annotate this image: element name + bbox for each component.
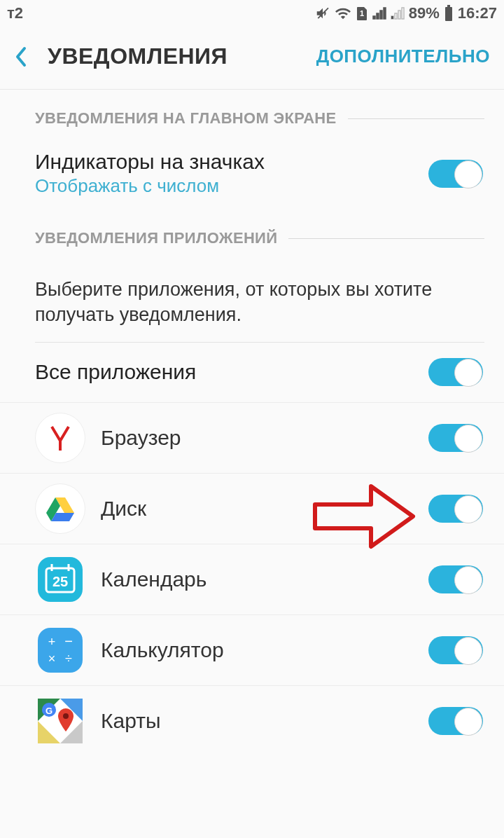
- app-toggle-drive[interactable]: [428, 495, 483, 523]
- app-toggle-calendar[interactable]: [428, 565, 483, 593]
- section-header-apps: УВЕДОМЛЕНИЯ ПРИЛОЖЕНИЙ: [0, 210, 504, 257]
- section-header-home: УВЕДОМЛЕНИЯ НА ГЛАВНОМ ЭКРАНЕ: [0, 90, 504, 137]
- svg-rect-2: [447, 5, 450, 7]
- app-row-browser[interactable]: Браузер: [0, 403, 504, 474]
- row-badge-indicators[interactable]: Индикаторы на значках Отображать с число…: [0, 137, 504, 210]
- status-icons: 1 89% 16:27: [315, 4, 497, 22]
- google-drive-icon: [35, 483, 85, 534]
- app-row-maps[interactable]: G Карты: [0, 686, 504, 756]
- svg-text:+: +: [48, 635, 56, 649]
- carrier-label: т2: [7, 4, 23, 22]
- mute-icon: [315, 6, 330, 21]
- app-row-calendar[interactable]: 25 Календарь: [0, 544, 504, 615]
- section-label: УВЕДОМЛЕНИЯ ПРИЛОЖЕНИЙ: [35, 229, 277, 247]
- badge-toggle[interactable]: [428, 160, 483, 188]
- back-button[interactable]: [14, 46, 39, 68]
- signal2-icon: [391, 7, 405, 20]
- all-apps-label: Все приложения: [35, 360, 428, 384]
- app-toggle-calculator[interactable]: [428, 636, 483, 664]
- svg-text:1: 1: [360, 9, 364, 18]
- section-description: Выберите приложения, от которых вы хотит…: [0, 257, 504, 342]
- calendar-icon: 25: [35, 554, 85, 605]
- time-label: 16:27: [458, 4, 497, 22]
- app-label: Карты: [101, 709, 413, 733]
- section-app-notifications: УВЕДОМЛЕНИЯ ПРИЛОЖЕНИЙ Выберите приложен…: [0, 210, 504, 756]
- section-divider: [348, 118, 484, 119]
- svg-text:G: G: [46, 706, 52, 716]
- battery-percent: 89%: [409, 4, 440, 22]
- app-row-calculator[interactable]: + − × ÷ Калькулятор: [0, 615, 504, 686]
- all-apps-toggle[interactable]: [428, 358, 483, 386]
- section-divider: [288, 238, 484, 239]
- signal1-icon: [372, 7, 386, 20]
- badge-title: Индикаторы на значках: [35, 150, 428, 174]
- page-title: УВЕДОМЛЕНИЯ: [48, 43, 316, 69]
- svg-rect-12: [38, 628, 83, 673]
- header-action-advanced[interactable]: ДОПОЛНИТЕЛЬНО: [316, 46, 490, 67]
- section-label: УВЕДОМЛЕНИЯ НА ГЛАВНОМ ЭКРАНЕ: [35, 109, 337, 128]
- app-label: Диск: [101, 497, 413, 521]
- app-label: Калькулятор: [101, 638, 413, 662]
- row-all-apps[interactable]: Все приложения: [0, 343, 504, 403]
- calculator-icon: + − × ÷: [35, 625, 85, 675]
- app-row-drive[interactable]: Диск: [0, 474, 504, 544]
- yandex-browser-icon: [35, 413, 85, 463]
- app-label: Календарь: [101, 568, 413, 591]
- svg-point-24: [63, 713, 69, 719]
- svg-text:−: −: [64, 633, 73, 649]
- wifi-icon: [335, 6, 351, 21]
- svg-text:25: 25: [52, 574, 68, 589]
- svg-text:÷: ÷: [65, 652, 72, 666]
- section-home-screen: УВЕДОМЛЕНИЯ НА ГЛАВНОМ ЭКРАНЕ Индикаторы…: [0, 90, 504, 210]
- badge-subtitle: Отображать с числом: [35, 175, 428, 197]
- sim-icon: 1: [356, 6, 368, 21]
- battery-icon: [444, 5, 454, 22]
- app-header: УВЕДОМЛЕНИЯ ДОПОЛНИТЕЛЬНО: [0, 27, 504, 90]
- status-bar: т2 1 89% 16:27: [0, 0, 504, 27]
- app-label: Браузер: [101, 426, 413, 450]
- chevron-left-icon: [14, 46, 28, 68]
- app-toggle-browser[interactable]: [428, 424, 483, 452]
- app-toggle-maps[interactable]: [428, 707, 483, 735]
- svg-text:×: ×: [48, 652, 56, 666]
- google-maps-icon: G: [35, 696, 85, 746]
- svg-rect-1: [445, 7, 452, 21]
